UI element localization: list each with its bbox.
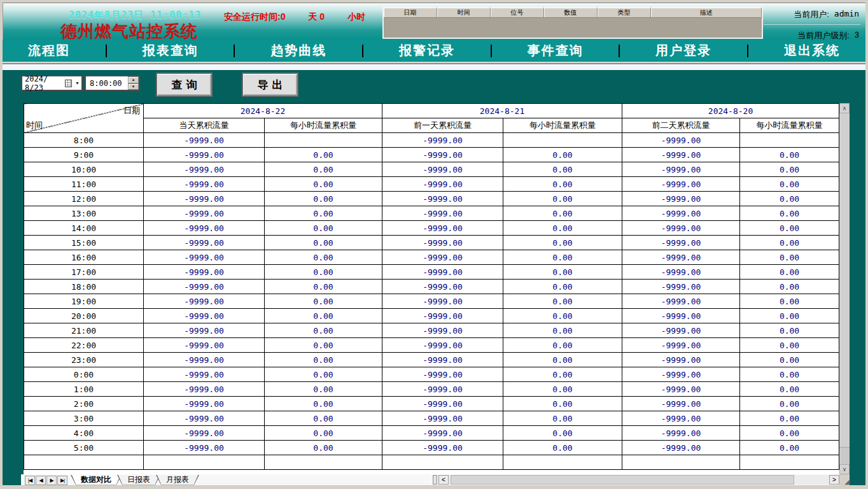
time-picker[interactable]: 8:00:00 ▲ ▼ (85, 75, 140, 91)
column-header: 前一天累积流量 (382, 118, 503, 133)
nav-separator (491, 45, 492, 57)
value-cell: -9999.00 (622, 397, 740, 411)
scroll-down-icon[interactable]: ∨ (839, 464, 850, 474)
chevron-down-icon[interactable]: ▼ (73, 81, 81, 85)
sheet-nav-previous-button[interactable]: ◀ (36, 476, 46, 485)
vertical-scrollbar[interactable]: ∧ ∨ (839, 103, 850, 474)
value-cell: -9999.00 (144, 265, 265, 280)
table-row: 23:00-9999.000.00-9999.000.00-9999.000.0… (24, 353, 839, 367)
value-cell: -9999.00 (622, 382, 740, 397)
nav-item-exit-system[interactable]: 退出系统 (784, 42, 840, 59)
nav-item-trend-curve[interactable]: 趋势曲线 (270, 42, 326, 59)
table-corner-cell: 日期时间 (24, 104, 144, 133)
value-cell: 0.00 (265, 148, 382, 162)
calendar-icon[interactable] (65, 80, 73, 87)
value-cell: 0.00 (740, 236, 839, 250)
time-picker-value[interactable]: 8:00:00 (90, 79, 127, 88)
export-button[interactable]: 导出 (242, 73, 298, 97)
value-cell: -9999.00 (144, 221, 265, 236)
nav-item-report-query[interactable]: 报表查询 (143, 42, 199, 59)
spinner-down-button[interactable]: ▼ (128, 83, 139, 90)
vertical-scroll-thumb[interactable] (839, 113, 850, 448)
table-row: 2:00-9999.000.00-9999.000.00-9999.000.00 (24, 397, 839, 411)
table-row: 16:00-9999.000.00-9999.000.00-9999.000.0… (24, 250, 839, 265)
tab-monthly-report[interactable]: 月报表 (156, 475, 199, 485)
value-cell: 0.00 (265, 397, 382, 411)
column-header: 每小时流量累积量 (503, 118, 622, 133)
nav-item-alarm-records[interactable]: 报警记录 (399, 42, 455, 59)
table-row: 4:00-9999.000.00-9999.000.00-9999.000.00 (24, 426, 839, 441)
value-cell: 0.00 (503, 323, 622, 338)
value-cell: 0.00 (503, 382, 622, 397)
alarm-col-description: 描述 (651, 8, 762, 18)
value-cell: -9999.00 (622, 309, 740, 323)
nav-item-event-query[interactable]: 事件查询 (528, 42, 584, 59)
value-cell: -9999.00 (622, 441, 740, 455)
table-header-row: 日期时间2024-8-222024-8-212024-8-20 (24, 104, 839, 118)
tab-daily-report[interactable]: 日报表 (117, 475, 160, 485)
date-picker[interactable]: 2024/ 8/23 ▼ (21, 75, 83, 91)
value-cell: 0.00 (503, 221, 622, 236)
date-group-header: 2024-8-22 (144, 104, 382, 118)
value-cell: 0.00 (740, 206, 839, 221)
value-cell: 0.00 (503, 338, 622, 353)
table-row: 20:00-9999.000.00-9999.000.00-9999.000.0… (24, 309, 839, 323)
resize-grip-icon[interactable]: ◢ (839, 474, 850, 485)
value-cell: 0.00 (503, 367, 622, 382)
value-cell: -9999.00 (382, 221, 503, 236)
horizontal-scrollbar[interactable] (449, 475, 829, 485)
time-cell: 13:00 (24, 206, 144, 221)
table-row: 19:00-9999.000.00-9999.000.00-9999.000.0… (24, 294, 839, 309)
date-group-header: 2024-8-21 (382, 104, 622, 118)
value-cell: 0.00 (740, 338, 839, 353)
query-button[interactable]: 查询 (156, 73, 213, 97)
time-cell: 1:00 (24, 382, 144, 397)
value-cell (503, 133, 622, 148)
time-cell: 8:00 (24, 133, 144, 148)
table-row: 12:00-9999.000.00-9999.000.00-9999.000.0… (24, 192, 839, 206)
value-cell: -9999.00 (144, 148, 265, 162)
value-cell: -9999.00 (622, 236, 740, 250)
tab-data-compare[interactable]: 数据对比 (71, 475, 122, 485)
time-cell: 9:00 (24, 148, 144, 162)
sheet-nav-next-button[interactable]: ▶ (46, 476, 57, 485)
time-cell: 22:00 (24, 338, 144, 353)
value-cell: -9999.00 (622, 133, 740, 148)
scroll-left-icon[interactable]: < (438, 475, 449, 485)
nav-item-flow-diagram[interactable]: 流程图 (28, 42, 70, 59)
time-cell: 0:00 (24, 367, 144, 382)
value-cell: 0.00 (265, 441, 382, 455)
value-cell: 0.00 (740, 441, 839, 455)
spinner-up-button[interactable]: ▲ (128, 76, 139, 83)
date-picker-value[interactable]: 2024/ 8/23 (25, 74, 65, 92)
table-row: 11:00-9999.000.00-9999.000.00-9999.000.0… (24, 177, 839, 192)
value-cell: 0.00 (503, 162, 622, 177)
report-table-container: 日期时间2024-8-222024-8-212024-8-20当天累积流量每小时… (24, 103, 839, 474)
value-cell: 0.00 (503, 397, 622, 411)
scroll-right-icon[interactable]: > (829, 475, 839, 485)
horizontal-scroll-thumb[interactable] (451, 475, 794, 485)
corner-label-date: 日期 (123, 105, 140, 117)
value-cell: 0.00 (503, 192, 622, 206)
value-cell: 0.00 (265, 236, 382, 250)
filler-cell (503, 455, 622, 470)
scroll-up-icon[interactable]: ∧ (839, 103, 850, 113)
sheet-nav-last-button[interactable]: ▶| (57, 476, 67, 485)
date-group-header: 2024-8-20 (622, 104, 839, 118)
tab-label: 月报表 (156, 475, 199, 485)
value-cell: -9999.00 (622, 411, 740, 426)
value-cell: 0.00 (265, 426, 382, 441)
tab-scroll-splitter[interactable] (433, 475, 437, 485)
nav-item-user-login[interactable]: 用户登录 (655, 42, 711, 59)
sheet-nav-first-button[interactable]: |◀ (25, 476, 35, 485)
value-cell: -9999.00 (382, 309, 503, 323)
value-cell: -9999.00 (382, 206, 503, 221)
value-cell: -9999.00 (144, 133, 265, 148)
value-cell: -9999.00 (622, 338, 740, 353)
value-cell: 0.00 (740, 177, 839, 192)
nav-bar: 流程图报表查询趋势曲线报警记录事件查询用户登录退出系统 (3, 39, 865, 62)
value-cell: -9999.00 (144, 294, 265, 309)
value-cell: -9999.00 (382, 411, 503, 426)
table-row: 17:00-9999.000.00-9999.000.00-9999.000.0… (24, 265, 839, 280)
table-row: 21:00-9999.000.00-9999.000.00-9999.000.0… (24, 323, 839, 338)
